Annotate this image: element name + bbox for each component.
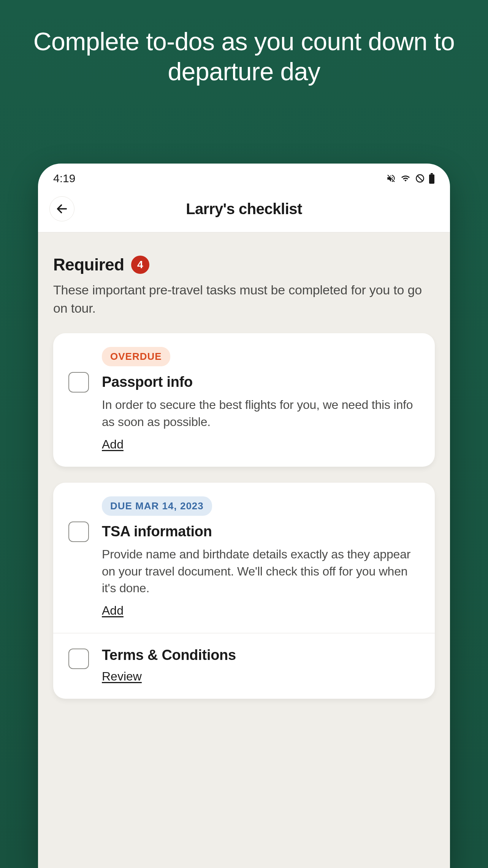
status-pill-overdue: OVERDUE: [102, 347, 170, 366]
mute-icon: [386, 173, 396, 183]
promo-heading: Complete to-dos as you count down to dep…: [0, 0, 488, 102]
content-area: Required 4 These important pre-travel ta…: [38, 232, 450, 868]
app-header: Larry's checklist: [38, 189, 450, 232]
status-icons: [386, 173, 435, 184]
checkbox[interactable]: [68, 372, 89, 393]
item-title: TSA information: [102, 523, 420, 540]
checkbox[interactable]: [68, 521, 89, 542]
item-description: In order to secure the best flights for …: [102, 396, 420, 431]
section-description: These important pre-travel tasks must be…: [53, 281, 435, 317]
required-count-badge: 4: [131, 256, 149, 274]
item-description: Provide name and birthdate details exact…: [102, 546, 420, 597]
no-sim-icon: [415, 173, 425, 183]
page-title: Larry's checklist: [38, 200, 450, 218]
item-title: Terms & Conditions: [102, 647, 420, 663]
review-link[interactable]: Review: [102, 669, 142, 683]
svg-line-1: [417, 176, 423, 181]
svg-rect-3: [431, 173, 433, 175]
svg-rect-2: [429, 175, 434, 184]
phone-frame: 4:19 Larry's checklist Required 4 These …: [38, 164, 450, 868]
arrow-left-icon: [55, 202, 68, 215]
item-title: Passport info: [102, 374, 420, 390]
checklist-card: DUE MAR 14, 2023 TSA information Provide…: [53, 483, 435, 699]
status-time: 4:19: [53, 172, 75, 185]
section-title: Required: [53, 255, 124, 274]
battery-icon: [429, 173, 435, 184]
wifi-icon: [400, 174, 411, 183]
add-link[interactable]: Add: [102, 437, 124, 451]
checkbox[interactable]: [68, 649, 89, 669]
back-button[interactable]: [49, 196, 74, 221]
checklist-item-terms[interactable]: Terms & Conditions Review: [53, 633, 435, 699]
add-link[interactable]: Add: [102, 604, 124, 617]
checklist-card: OVERDUE Passport info In order to secure…: [53, 333, 435, 467]
checklist-item-tsa[interactable]: DUE MAR 14, 2023 TSA information Provide…: [53, 483, 435, 633]
section-header: Required 4 These important pre-travel ta…: [53, 255, 435, 317]
status-bar: 4:19: [38, 164, 450, 189]
status-pill-due: DUE MAR 14, 2023: [102, 496, 212, 516]
checklist-item-passport[interactable]: OVERDUE Passport info In order to secure…: [53, 333, 435, 467]
